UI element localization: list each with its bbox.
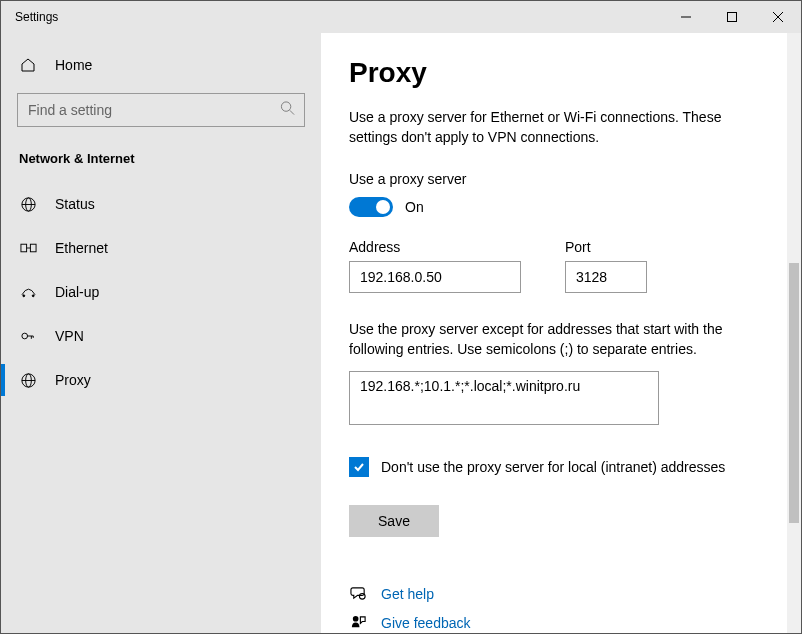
vpn-icon [19, 329, 37, 343]
maximize-icon [727, 12, 737, 22]
content-pane: Proxy Use a proxy server for Ethernet or… [321, 33, 801, 633]
use-proxy-label: Use a proxy server [349, 171, 773, 187]
titlebar: Settings [1, 1, 801, 33]
sidebar-item-label: Status [55, 196, 95, 212]
page-title: Proxy [349, 57, 773, 89]
page-description: Use a proxy server for Ethernet or Wi-Fi… [349, 107, 773, 147]
svg-rect-10 [30, 244, 36, 252]
use-proxy-toggle[interactable] [349, 197, 393, 217]
sidebar-item-dialup[interactable]: Dial-up [1, 270, 321, 314]
exceptions-description: Use the proxy server except for addresse… [349, 319, 773, 359]
address-label: Address [349, 239, 521, 255]
svg-rect-1 [728, 13, 737, 22]
feedback-icon [349, 614, 367, 631]
svg-point-19 [352, 616, 358, 622]
search-icon [280, 101, 295, 120]
address-input[interactable] [349, 261, 521, 293]
local-bypass-label: Don't use the proxy server for local (in… [381, 459, 725, 475]
toggle-state-label: On [405, 199, 424, 215]
check-icon [352, 460, 366, 474]
sidebar-item-label: Proxy [55, 372, 91, 388]
home-label: Home [55, 57, 92, 73]
ethernet-icon [19, 241, 37, 255]
scrollbar-thumb[interactable] [789, 263, 799, 523]
search-input[interactable] [17, 93, 305, 127]
port-input[interactable] [565, 261, 647, 293]
port-label: Port [565, 239, 647, 255]
save-button[interactable]: Save [349, 505, 439, 537]
svg-point-18 [359, 594, 365, 600]
help-icon [349, 585, 367, 602]
sidebar-item-status[interactable]: Status [1, 182, 321, 226]
sidebar-item-label: Dial-up [55, 284, 99, 300]
home-button[interactable]: Home [1, 45, 321, 85]
window-controls [663, 1, 801, 33]
sidebar-item-label: VPN [55, 328, 84, 344]
svg-point-4 [281, 102, 290, 111]
scrollbar[interactable] [787, 33, 801, 633]
home-icon [19, 57, 37, 73]
exceptions-input[interactable] [349, 371, 659, 425]
sidebar-item-vpn[interactable]: VPN [1, 314, 321, 358]
local-bypass-checkbox[interactable] [349, 457, 369, 477]
svg-point-13 [32, 295, 34, 297]
svg-rect-9 [20, 244, 26, 252]
svg-line-5 [290, 110, 294, 114]
category-header: Network & Internet [1, 127, 321, 182]
minimize-button[interactable] [663, 1, 709, 33]
close-button[interactable] [755, 1, 801, 33]
minimize-icon [681, 12, 691, 22]
sidebar-item-label: Ethernet [55, 240, 108, 256]
maximize-button[interactable] [709, 1, 755, 33]
dialup-icon [19, 285, 37, 299]
give-feedback-link[interactable]: Give feedback [381, 615, 471, 631]
sidebar-item-proxy[interactable]: Proxy [1, 358, 321, 402]
sidebar: Home Network & Internet Status Ethernet [1, 33, 321, 633]
svg-point-14 [21, 333, 27, 339]
sidebar-item-ethernet[interactable]: Ethernet [1, 226, 321, 270]
svg-point-12 [22, 295, 24, 297]
status-icon [19, 196, 37, 213]
window-title: Settings [1, 10, 58, 24]
close-icon [773, 12, 783, 22]
get-help-link[interactable]: Get help [381, 586, 434, 602]
proxy-icon [19, 372, 37, 389]
